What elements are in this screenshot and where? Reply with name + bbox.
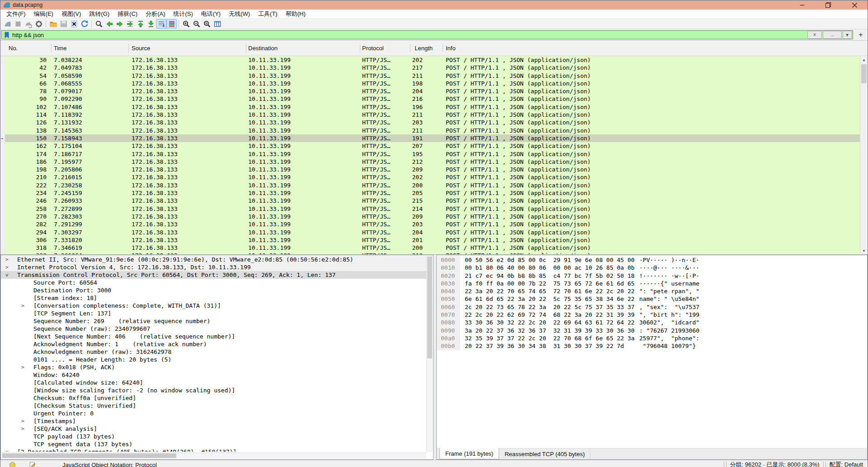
packet-row[interactable]: 1267.131932172.16.38.13310.11.33.199HTTP… <box>0 119 868 126</box>
column-separator[interactable] <box>246 44 246 52</box>
minimize-button[interactable] <box>789 0 815 10</box>
packet-row[interactable]: 1987.205806172.16.38.13310.11.33.199HTTP… <box>0 166 868 173</box>
detail-line[interactable]: >Flags: 0x018 (PSH, ACK) <box>1 363 427 371</box>
detail-line[interactable]: vTransmission Control Protocol, Src Port… <box>1 271 427 279</box>
expand-icon[interactable]: > <box>21 302 24 310</box>
detail-line[interactable]: Acknowledgment Number: 1 (relative ack n… <box>1 340 427 348</box>
capture-comment-icon[interactable] <box>29 461 36 467</box>
hex-row[interactable]: 00506e 61 6d 65 22 3a 20 22 5c 75 35 65 … <box>437 295 867 303</box>
byte-view-tab[interactable]: Reassembled TCP (405 bytes) <box>499 448 590 459</box>
resize-columns-button[interactable] <box>212 19 222 29</box>
go-back-button[interactable] <box>104 19 114 29</box>
packet-row[interactable]: 2587.272899172.16.38.13310.11.33.199HTTP… <box>0 205 868 213</box>
packet-row[interactable]: 1627.175104172.16.38.13310.11.33.199HTTP… <box>0 142 868 150</box>
packet-row[interactable]: 1027.107486172.16.38.13310.11.33.199HTTP… <box>0 103 868 111</box>
packet-row[interactable]: 547.058590172.16.38.13310.11.33.199HTTP/… <box>0 72 868 80</box>
display-filter-input[interactable]: http && json × → ▾ <box>1 30 853 39</box>
collapse-icon[interactable]: v <box>5 448 9 452</box>
packet-row[interactable]: 2947.303297172.16.38.13310.11.33.199HTTP… <box>0 229 868 236</box>
menu-item[interactable]: 文件(F) <box>2 10 30 18</box>
detail-line[interactable]: Sequence Number: 269 (relative sequence … <box>1 317 427 325</box>
packet-row[interactable]: 2227.230258172.16.38.13310.11.33.199HTTP… <box>0 181 868 189</box>
expand-icon[interactable]: > <box>21 417 24 425</box>
filter-bookmark-icon[interactable] <box>3 31 10 39</box>
detail-line[interactable]: 0101 .... = Header Length: 20 bytes (5) <box>1 356 427 363</box>
go-last-button[interactable] <box>146 19 156 29</box>
scrollbar-thumb[interactable] <box>2 453 176 458</box>
packet-row[interactable]: 3187.346619172.16.38.13310.11.33.199HTTP… <box>0 244 868 252</box>
filter-add-button[interactable]: + <box>855 31 867 39</box>
menu-item[interactable]: 捕获(C) <box>113 10 142 18</box>
packet-list-scrollbar[interactable]: ▲ ▼ <box>860 56 868 254</box>
zoom-out-button[interactable] <box>191 19 202 29</box>
column-separator[interactable] <box>128 44 129 52</box>
packet-row[interactable]: 667.068555172.16.38.13310.11.33.199HTTP/… <box>0 80 868 87</box>
column-separator[interactable] <box>360 44 360 52</box>
statusbar-splitter[interactable] <box>823 462 826 467</box>
scroll-up-icon[interactable]: ▲ <box>860 56 868 63</box>
stop-capture-button[interactable] <box>13 19 23 29</box>
column-header-time[interactable]: Time <box>47 41 132 56</box>
filter-dropdown-button[interactable]: ▾ <box>843 31 852 39</box>
detail-line[interactable]: >[Timestamps] <box>1 417 427 425</box>
packet-row[interactable]: 307.038224172.16.38.13310.11.33.199HTTP/… <box>0 56 868 64</box>
go-first-button[interactable] <box>135 19 146 29</box>
column-separator[interactable] <box>410 44 410 52</box>
packet-row[interactable]: 427.049783172.16.38.13310.11.33.199HTTP/… <box>0 64 868 71</box>
column-header-info[interactable]: Info <box>443 41 868 56</box>
expand-icon[interactable]: > <box>5 256 9 263</box>
packet-row[interactable]: 2347.245159172.16.38.13310.11.33.199HTTP… <box>0 189 868 197</box>
restart-capture-button[interactable] <box>23 19 33 29</box>
expand-icon[interactable]: > <box>21 425 24 433</box>
column-header-length[interactable]: Length <box>410 41 443 56</box>
column-separator[interactable] <box>443 44 443 52</box>
detail-line[interactable]: Sequence Number (raw): 2340799607 <box>1 325 427 333</box>
detail-line[interactable]: Checksum: 0xff0a [unverified] <box>1 394 427 402</box>
start-capture-button[interactable] <box>2 19 13 29</box>
expand-icon[interactable]: > <box>5 263 9 271</box>
hex-row[interactable]: 00a032 35 39 37 37 22 2c 20 22 70 68 6f … <box>437 334 867 342</box>
column-header-protocol[interactable]: Protocol <box>362 41 410 56</box>
hex-row[interactable]: 008033 30 36 30 32 22 2c 20 22 69 64 63 … <box>437 319 867 326</box>
column-header-no[interactable]: No. <box>5 41 47 56</box>
detail-line[interactable]: [TCP Segment Len: 137] <box>1 310 427 317</box>
byte-view-tab[interactable]: Frame (191 bytes) <box>439 448 499 459</box>
detail-line[interactable]: >Ethernet II, Src: VMware_91:9e:6e (00:0… <box>1 256 427 263</box>
packet-row[interactable]: 2827.291299172.16.38.13310.11.33.199HTTP… <box>0 220 868 228</box>
menu-item[interactable]: 分析(A) <box>142 10 169 18</box>
scroll-down-icon[interactable]: ▼ <box>860 247 868 254</box>
hex-row[interactable]: 004022 3a 20 22 70 65 74 65 72 70 61 6e … <box>437 287 867 295</box>
open-file-button[interactable] <box>48 19 58 29</box>
hex-row[interactable]: 0030fa f0 ff 0a 00 00 7b 22 75 73 65 72 … <box>437 280 867 287</box>
profile-label[interactable]: 配置: Default <box>830 461 863 467</box>
detail-line[interactable]: [Calculated window size: 64240] <box>1 379 427 386</box>
hex-row[interactable]: 00903a 20 22 37 36 32 36 37 32 31 39 39 … <box>437 327 867 334</box>
packet-row[interactable]: 2707.282303172.16.38.13310.11.33.199HTTP… <box>0 213 868 220</box>
packet-row[interactable]: 1387.145363172.16.38.13310.11.33.199HTTP… <box>0 127 868 134</box>
detail-line[interactable]: Urgent Pointer: 0 <box>1 410 427 417</box>
go-to-packet-button[interactable] <box>125 19 135 29</box>
menu-item[interactable]: 视图(V) <box>57 10 85 18</box>
detail-line[interactable]: [Window size scaling factor: -2 (no wind… <box>1 386 427 394</box>
detail-line[interactable]: [Next Sequence Number: 406 (relative seq… <box>1 333 427 340</box>
menu-item[interactable]: 跳转(G) <box>85 10 113 18</box>
detail-line[interactable]: >Internet Protocol Version 4, Src: 172.1… <box>1 263 427 271</box>
hex-row[interactable]: 00602c 20 22 73 65 78 22 3a 20 22 5c 75 … <box>437 303 867 311</box>
menu-item[interactable]: 工具(T) <box>254 10 282 18</box>
collapse-icon[interactable]: v <box>5 271 9 279</box>
hex-row[interactable]: 00b020 22 37 39 36 30 34 38 31 30 30 37 … <box>437 342 867 350</box>
scrollbar-thumb[interactable] <box>427 257 432 358</box>
save-file-button[interactable]: 010 <box>58 19 69 29</box>
detail-line[interactable]: Destination Port: 3000 <box>1 286 427 294</box>
column-separator[interactable] <box>51 44 52 52</box>
packet-row[interactable]: 907.092290172.16.38.13310.11.33.199HTTP/… <box>0 95 868 103</box>
details-horizontal-scrollbar[interactable] <box>1 453 426 459</box>
filter-apply-button[interactable]: → <box>823 31 842 39</box>
hex-row[interactable]: 000000 50 56 e2 0d 85 00 0c 29 91 9e 6e … <box>437 256 867 264</box>
packet-row[interactable]: 1147.118392172.16.38.13310.11.33.199HTTP… <box>0 111 868 119</box>
menu-item[interactable]: 电话(Y) <box>197 10 225 18</box>
menu-item[interactable]: 统计(S) <box>169 10 197 18</box>
capture-options-button[interactable] <box>33 19 44 29</box>
details-vertical-scrollbar[interactable] <box>426 256 433 452</box>
go-forward-button[interactable] <box>114 19 125 29</box>
